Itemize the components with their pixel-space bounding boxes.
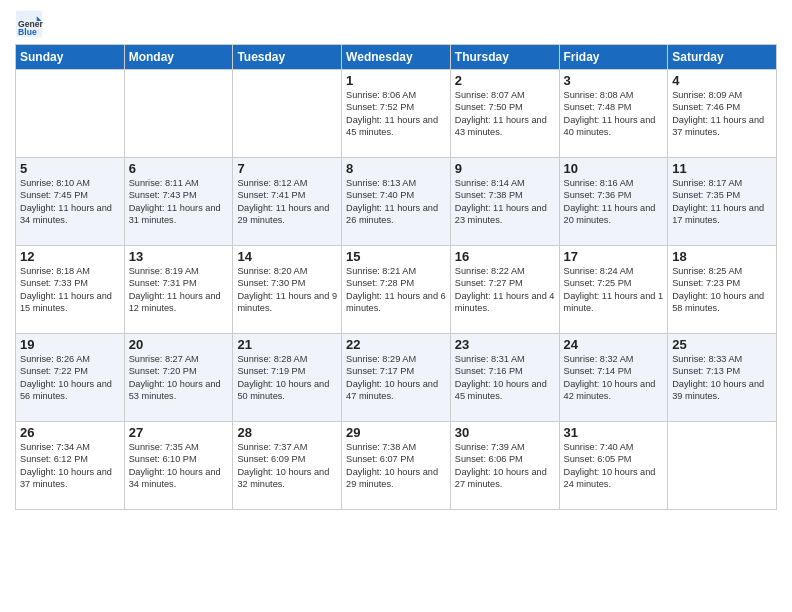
day-number: 26 xyxy=(20,425,120,440)
day-info: Sunrise: 7:35 AMSunset: 6:10 PMDaylight:… xyxy=(129,441,229,491)
day-info: Sunrise: 8:31 AMSunset: 7:16 PMDaylight:… xyxy=(455,353,555,403)
calendar-week-row: 26Sunrise: 7:34 AMSunset: 6:12 PMDayligh… xyxy=(16,422,777,510)
col-header-sunday: Sunday xyxy=(16,45,125,70)
calendar-cell: 20Sunrise: 8:27 AMSunset: 7:20 PMDayligh… xyxy=(124,334,233,422)
calendar-week-row: 5Sunrise: 8:10 AMSunset: 7:45 PMDaylight… xyxy=(16,158,777,246)
calendar-cell: 25Sunrise: 8:33 AMSunset: 7:13 PMDayligh… xyxy=(668,334,777,422)
day-info: Sunrise: 7:40 AMSunset: 6:05 PMDaylight:… xyxy=(564,441,664,491)
day-info: Sunrise: 7:37 AMSunset: 6:09 PMDaylight:… xyxy=(237,441,337,491)
day-number: 3 xyxy=(564,73,664,88)
calendar-cell: 12Sunrise: 8:18 AMSunset: 7:33 PMDayligh… xyxy=(16,246,125,334)
calendar-cell: 18Sunrise: 8:25 AMSunset: 7:23 PMDayligh… xyxy=(668,246,777,334)
day-info: Sunrise: 8:26 AMSunset: 7:22 PMDaylight:… xyxy=(20,353,120,403)
calendar-cell xyxy=(16,70,125,158)
calendar-cell: 23Sunrise: 8:31 AMSunset: 7:16 PMDayligh… xyxy=(450,334,559,422)
day-info: Sunrise: 8:32 AMSunset: 7:14 PMDaylight:… xyxy=(564,353,664,403)
day-info: Sunrise: 8:28 AMSunset: 7:19 PMDaylight:… xyxy=(237,353,337,403)
calendar-cell: 6Sunrise: 8:11 AMSunset: 7:43 PMDaylight… xyxy=(124,158,233,246)
calendar-cell: 22Sunrise: 8:29 AMSunset: 7:17 PMDayligh… xyxy=(342,334,451,422)
day-number: 10 xyxy=(564,161,664,176)
logo-icon: General Blue xyxy=(15,10,43,38)
col-header-tuesday: Tuesday xyxy=(233,45,342,70)
calendar-cell: 11Sunrise: 8:17 AMSunset: 7:35 PMDayligh… xyxy=(668,158,777,246)
calendar-cell: 19Sunrise: 8:26 AMSunset: 7:22 PMDayligh… xyxy=(16,334,125,422)
day-number: 2 xyxy=(455,73,555,88)
col-header-saturday: Saturday xyxy=(668,45,777,70)
day-number: 27 xyxy=(129,425,229,440)
day-number: 14 xyxy=(237,249,337,264)
day-info: Sunrise: 8:07 AMSunset: 7:50 PMDaylight:… xyxy=(455,89,555,139)
calendar-cell: 17Sunrise: 8:24 AMSunset: 7:25 PMDayligh… xyxy=(559,246,668,334)
day-number: 16 xyxy=(455,249,555,264)
day-number: 12 xyxy=(20,249,120,264)
calendar-cell: 4Sunrise: 8:09 AMSunset: 7:46 PMDaylight… xyxy=(668,70,777,158)
day-info: Sunrise: 8:27 AMSunset: 7:20 PMDaylight:… xyxy=(129,353,229,403)
day-info: Sunrise: 8:10 AMSunset: 7:45 PMDaylight:… xyxy=(20,177,120,227)
day-info: Sunrise: 8:12 AMSunset: 7:41 PMDaylight:… xyxy=(237,177,337,227)
calendar-cell: 13Sunrise: 8:19 AMSunset: 7:31 PMDayligh… xyxy=(124,246,233,334)
day-info: Sunrise: 8:21 AMSunset: 7:28 PMDaylight:… xyxy=(346,265,446,315)
calendar-cell: 16Sunrise: 8:22 AMSunset: 7:27 PMDayligh… xyxy=(450,246,559,334)
page: General Blue SundayMondayTuesdayWednesda… xyxy=(0,0,792,612)
day-number: 6 xyxy=(129,161,229,176)
calendar-cell: 7Sunrise: 8:12 AMSunset: 7:41 PMDaylight… xyxy=(233,158,342,246)
day-number: 29 xyxy=(346,425,446,440)
col-header-friday: Friday xyxy=(559,45,668,70)
day-number: 18 xyxy=(672,249,772,264)
calendar-cell: 31Sunrise: 7:40 AMSunset: 6:05 PMDayligh… xyxy=(559,422,668,510)
calendar-cell: 24Sunrise: 8:32 AMSunset: 7:14 PMDayligh… xyxy=(559,334,668,422)
calendar-cell: 27Sunrise: 7:35 AMSunset: 6:10 PMDayligh… xyxy=(124,422,233,510)
day-info: Sunrise: 8:20 AMSunset: 7:30 PMDaylight:… xyxy=(237,265,337,315)
calendar-cell: 3Sunrise: 8:08 AMSunset: 7:48 PMDaylight… xyxy=(559,70,668,158)
calendar-cell: 29Sunrise: 7:38 AMSunset: 6:07 PMDayligh… xyxy=(342,422,451,510)
day-number: 25 xyxy=(672,337,772,352)
calendar-week-row: 1Sunrise: 8:06 AMSunset: 7:52 PMDaylight… xyxy=(16,70,777,158)
day-info: Sunrise: 8:06 AMSunset: 7:52 PMDaylight:… xyxy=(346,89,446,139)
calendar-cell: 15Sunrise: 8:21 AMSunset: 7:28 PMDayligh… xyxy=(342,246,451,334)
day-number: 8 xyxy=(346,161,446,176)
calendar-cell: 30Sunrise: 7:39 AMSunset: 6:06 PMDayligh… xyxy=(450,422,559,510)
day-number: 28 xyxy=(237,425,337,440)
day-number: 21 xyxy=(237,337,337,352)
day-number: 31 xyxy=(564,425,664,440)
day-number: 5 xyxy=(20,161,120,176)
logo: General Blue xyxy=(15,10,47,38)
day-number: 17 xyxy=(564,249,664,264)
day-info: Sunrise: 8:22 AMSunset: 7:27 PMDaylight:… xyxy=(455,265,555,315)
day-info: Sunrise: 8:18 AMSunset: 7:33 PMDaylight:… xyxy=(20,265,120,315)
day-info: Sunrise: 7:38 AMSunset: 6:07 PMDaylight:… xyxy=(346,441,446,491)
day-number: 4 xyxy=(672,73,772,88)
calendar-cell: 21Sunrise: 8:28 AMSunset: 7:19 PMDayligh… xyxy=(233,334,342,422)
svg-text:Blue: Blue xyxy=(18,27,37,37)
day-number: 1 xyxy=(346,73,446,88)
calendar-cell xyxy=(124,70,233,158)
day-number: 11 xyxy=(672,161,772,176)
day-info: Sunrise: 8:13 AMSunset: 7:40 PMDaylight:… xyxy=(346,177,446,227)
day-number: 23 xyxy=(455,337,555,352)
day-number: 20 xyxy=(129,337,229,352)
calendar-week-row: 19Sunrise: 8:26 AMSunset: 7:22 PMDayligh… xyxy=(16,334,777,422)
day-info: Sunrise: 7:39 AMSunset: 6:06 PMDaylight:… xyxy=(455,441,555,491)
day-number: 30 xyxy=(455,425,555,440)
calendar-table: SundayMondayTuesdayWednesdayThursdayFrid… xyxy=(15,44,777,510)
calendar-week-row: 12Sunrise: 8:18 AMSunset: 7:33 PMDayligh… xyxy=(16,246,777,334)
day-info: Sunrise: 8:29 AMSunset: 7:17 PMDaylight:… xyxy=(346,353,446,403)
col-header-wednesday: Wednesday xyxy=(342,45,451,70)
day-number: 7 xyxy=(237,161,337,176)
day-number: 22 xyxy=(346,337,446,352)
calendar-cell: 1Sunrise: 8:06 AMSunset: 7:52 PMDaylight… xyxy=(342,70,451,158)
day-info: Sunrise: 8:33 AMSunset: 7:13 PMDaylight:… xyxy=(672,353,772,403)
day-number: 24 xyxy=(564,337,664,352)
calendar-cell: 28Sunrise: 7:37 AMSunset: 6:09 PMDayligh… xyxy=(233,422,342,510)
day-info: Sunrise: 8:16 AMSunset: 7:36 PMDaylight:… xyxy=(564,177,664,227)
day-info: Sunrise: 8:09 AMSunset: 7:46 PMDaylight:… xyxy=(672,89,772,139)
col-header-monday: Monday xyxy=(124,45,233,70)
calendar-cell: 10Sunrise: 8:16 AMSunset: 7:36 PMDayligh… xyxy=(559,158,668,246)
calendar-cell: 2Sunrise: 8:07 AMSunset: 7:50 PMDaylight… xyxy=(450,70,559,158)
calendar-cell xyxy=(668,422,777,510)
day-info: Sunrise: 7:34 AMSunset: 6:12 PMDaylight:… xyxy=(20,441,120,491)
day-number: 9 xyxy=(455,161,555,176)
calendar-cell: 26Sunrise: 7:34 AMSunset: 6:12 PMDayligh… xyxy=(16,422,125,510)
calendar-cell: 14Sunrise: 8:20 AMSunset: 7:30 PMDayligh… xyxy=(233,246,342,334)
day-number: 19 xyxy=(20,337,120,352)
